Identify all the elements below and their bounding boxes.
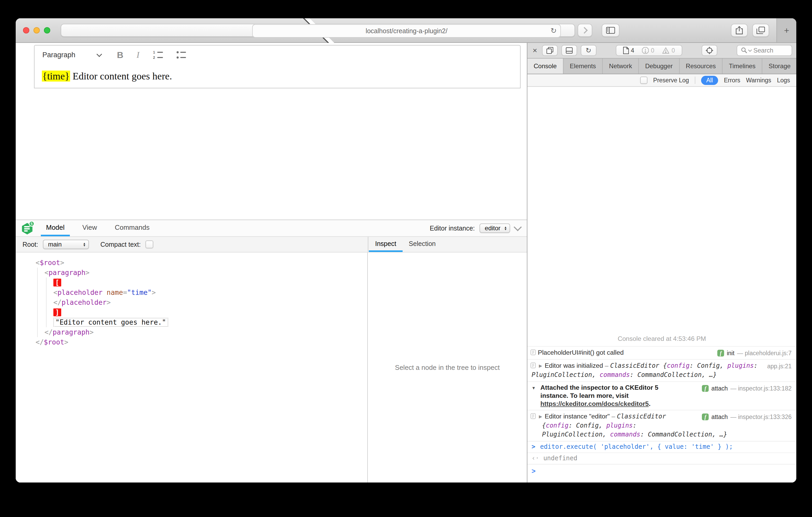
source-function[interactable]: attach (711, 384, 728, 393)
tree-line[interactable]: <$root> (36, 258, 367, 268)
bulleted-list-button[interactable] (177, 51, 186, 59)
console-message[interactable]: f init — placeholderui.js:7 PlaceholderU… (527, 346, 796, 359)
tab-elements[interactable]: Elements (563, 59, 603, 74)
close-devtools-button[interactable]: × (531, 47, 539, 54)
list-dash (157, 57, 163, 58)
source-function[interactable]: init (727, 349, 734, 358)
address-bar[interactable]: localhost/creating-a-plugin2/ ↻ (252, 24, 560, 37)
filter-warnings[interactable]: Warnings (746, 77, 771, 84)
console-filter-bar: Preserve Log All Errors Warnings Logs (527, 74, 796, 87)
search-icon (741, 47, 748, 54)
tree-line[interactable]: [ (36, 278, 367, 287)
inspector-header: 5 Model View Commands Editor instance: e… (16, 220, 527, 237)
tab-timelines[interactable]: Timelines (723, 59, 762, 74)
tree-line[interactable]: </placeholder> (36, 298, 367, 307)
source-location[interactable]: — inspector.js:133:182 (730, 384, 791, 393)
tree-line[interactable]: </paragraph> (36, 327, 367, 337)
tab-storage[interactable]: Storage (762, 59, 796, 74)
source-location[interactable]: — inspector.js:133:326 (730, 413, 791, 421)
zoom-window-button[interactable] (44, 27, 50, 33)
tab-view[interactable]: View (77, 220, 102, 236)
bullet-icon (177, 51, 179, 53)
preserve-log-checkbox[interactable] (640, 77, 647, 84)
devtools-search-field[interactable]: Search (737, 45, 792, 56)
error-count[interactable]: 0 (642, 47, 654, 54)
console-message[interactable]: f attach — inspector.js:133:326 ▶Editor … (527, 410, 796, 441)
console-input-echo[interactable]: >editor.execute( 'placeholder', { value:… (527, 441, 796, 452)
console-message[interactable]: f attach — inspector.js:133:182 ▼Attache… (527, 381, 796, 410)
prompt-icon: > (531, 467, 535, 475)
input-prompt-icon: > (531, 443, 535, 450)
collapse-inspector-icon[interactable] (514, 223, 522, 231)
page-status-group[interactable]: 4 0 (616, 45, 682, 56)
source-function[interactable]: attach (711, 413, 728, 421)
placeholder-token[interactable]: {time} (42, 70, 70, 82)
disclosure-triangle-icon[interactable]: ▶ (539, 364, 542, 368)
compact-text-label: Compact text: (100, 241, 141, 248)
tab-debugger[interactable]: Debugger (639, 59, 679, 74)
resource-count[interactable]: 4 (623, 47, 634, 54)
titlebar: localhost/creating-a-plugin2/ ↻ (16, 18, 796, 43)
inspect-pane: Select a node in the tree to inspect (368, 252, 527, 483)
tab-console[interactable]: Console (527, 59, 563, 74)
bold-button[interactable]: B (117, 50, 123, 60)
italic-button[interactable]: I (137, 50, 139, 60)
console-prompt[interactable]: > (527, 464, 796, 480)
tab-model[interactable]: Model (41, 220, 70, 236)
forward-button[interactable] (578, 24, 592, 37)
tree-line[interactable]: <paragraph> (36, 268, 367, 278)
dock-bottom-button[interactable] (561, 45, 577, 56)
close-window-button[interactable] (23, 27, 29, 33)
dock-side-button[interactable] (542, 45, 558, 56)
chevron-down-icon[interactable] (96, 51, 102, 57)
sidebar-button[interactable] (602, 24, 619, 37)
console-log[interactable]: Console cleared at 4:53:46 PM f init — p… (527, 87, 796, 483)
tab-network[interactable]: Network (603, 59, 639, 74)
paragraph-dropdown[interactable]: Paragraph (42, 51, 75, 59)
devtools-tab-bar: Console Elements Network Debugger Resour… (527, 59, 796, 74)
filter-errors[interactable]: Errors (724, 77, 740, 84)
empty-state-message: Select a node in the tree to inspect (395, 364, 500, 372)
window-controls (23, 27, 50, 33)
minimize-window-button[interactable] (33, 27, 40, 33)
model-tree[interactable]: <$root> <paragraph> [ <placeholder name=… (16, 252, 368, 483)
url-text[interactable]: localhost/creating-a-plugin2/ (366, 27, 447, 35)
source-location[interactable]: app.js:21 (767, 362, 791, 371)
reload-page-button[interactable]: ↻ (581, 45, 597, 56)
compact-text-checkbox[interactable] (145, 240, 153, 248)
console-result[interactable]: ‹·undefined (527, 452, 796, 464)
element-picker-button[interactable] (702, 45, 717, 56)
error-count-value: 0 (651, 47, 654, 54)
warning-count[interactable]: 0 (662, 47, 675, 54)
tab-overview-button[interactable] (752, 24, 769, 37)
numbered-list-button[interactable]: 1 2 (153, 51, 163, 59)
warning-count-value: 0 (671, 47, 675, 54)
message-text: Editor instance "editor" – ClassicEditor (545, 413, 666, 420)
tree-line[interactable]: <placeholder name="time"> (36, 287, 367, 298)
editor-text[interactable]: Editor content goes here. (70, 70, 172, 82)
filter-logs[interactable]: Logs (777, 77, 790, 84)
function-badge-icon: f (702, 414, 709, 420)
new-tab-button[interactable]: + (776, 18, 796, 42)
disclosure-triangle-icon[interactable]: ▶ (539, 414, 542, 419)
editor-instance-select[interactable]: editor ▲▼ (480, 223, 510, 233)
tree-line[interactable]: </$root> (36, 337, 367, 347)
console-message[interactable]: app.js:21 ▶Editor was initialized – Clas… (527, 359, 796, 381)
tree-line[interactable]: "Editor content goes here." (36, 317, 367, 327)
root-select[interactable]: main ▲▼ (43, 240, 89, 249)
tab-inspect[interactable]: Inspect (369, 237, 403, 252)
tab-resources[interactable]: Resources (679, 59, 723, 74)
filter-all[interactable]: All (701, 76, 718, 85)
share-button[interactable] (731, 24, 748, 37)
editor-content[interactable]: {time} Editor content goes here. (34, 64, 521, 88)
tab-commands[interactable]: Commands (110, 220, 155, 236)
function-badge-icon: f (702, 385, 709, 392)
tab-selection[interactable]: Selection (403, 237, 442, 252)
tree-line[interactable]: ] (36, 307, 367, 317)
disclosure-triangle-icon[interactable]: ▼ (531, 386, 536, 390)
message-text: PlaceholderUI#init() got called (538, 349, 624, 356)
source-location[interactable]: — placeholderui.js:7 (737, 349, 791, 358)
reload-icon[interactable]: ↻ (551, 27, 557, 34)
tab-overview-icon (757, 27, 765, 34)
search-placeholder: Search (753, 47, 773, 54)
